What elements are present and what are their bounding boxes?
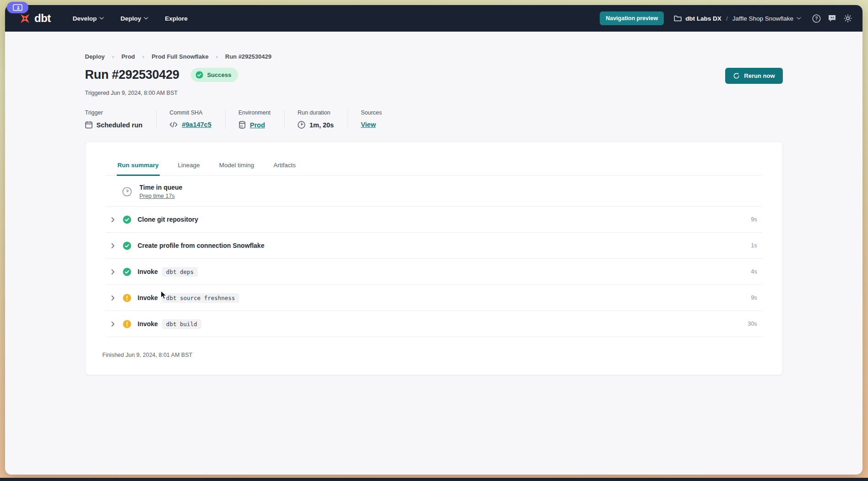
step-label: Invoke <box>138 320 158 328</box>
warning-icon <box>123 294 131 302</box>
navbar-icons: ? <box>812 14 852 23</box>
success-check-icon <box>123 268 131 276</box>
step-row-dbt-deps[interactable]: Invoke dbt deps 4s <box>106 259 762 285</box>
chevron-down-icon <box>797 17 801 20</box>
run-summary-card: Run summary Lineage Model timing Artifac… <box>85 142 783 375</box>
step-duration: 9s <box>751 295 759 301</box>
dbt-logo-icon <box>19 12 31 25</box>
run-meta: Trigger Scheduled run Commit SHA #9a147c… <box>85 109 783 129</box>
sources-view-link[interactable]: View <box>361 121 376 128</box>
chevron-down-icon <box>144 17 148 20</box>
meta-commit-sha: Commit SHA #9a147c5 <box>169 109 226 129</box>
chevron-right-icon[interactable] <box>110 217 116 223</box>
code-icon <box>169 121 178 128</box>
chevron-down-icon <box>99 17 104 20</box>
step-duration: 4s <box>751 268 759 275</box>
step-row-clone-git[interactable]: Clone git repository 9s <box>106 207 762 233</box>
tab-model-timing[interactable]: Model timing <box>218 161 255 176</box>
success-check-icon <box>123 215 131 224</box>
meta-run-duration: Run duration 1m, 20s <box>298 109 348 129</box>
step-duration: 30s <box>748 321 759 327</box>
triggered-timestamp: Triggered Jun 9, 2024, 8:00 AM BST <box>85 90 783 96</box>
breadcrumb-job[interactable]: Prod Full Snowflake <box>152 53 208 60</box>
step-label: Invoke <box>138 268 158 275</box>
breadcrumb-run[interactable]: Run #292530429 <box>225 53 271 60</box>
calendar-icon <box>85 121 92 129</box>
clock-icon <box>298 121 305 129</box>
breadcrumb-separator: › <box>112 53 114 60</box>
step-row-create-profile[interactable]: Create profile from connection Snowflake… <box>106 233 762 259</box>
chevron-right-icon[interactable] <box>110 269 116 275</box>
meta-sources: Sources View <box>361 109 396 129</box>
step-code-chip: dbt source freshness <box>162 293 239 303</box>
step-label: Create profile from connection Snowflake <box>138 242 265 249</box>
meta-trigger: Trigger Scheduled run <box>85 109 157 129</box>
help-icon[interactable]: ? <box>812 14 821 23</box>
success-check-icon <box>123 241 131 250</box>
main-nav: Develop Deploy Explore <box>66 11 194 26</box>
tab-run-summary[interactable]: Run summary <box>117 161 160 176</box>
top-navbar: dbt Develop Deploy Explore Navigation pr… <box>5 5 863 32</box>
time-in-queue-block: Time in queue Prep time 17s <box>106 176 762 207</box>
step-row-dbt-source-freshness[interactable]: Invoke dbt source freshness 9s <box>106 285 762 311</box>
dbt-logo-text: dbt <box>34 12 51 25</box>
queue-clock-icon <box>122 187 132 197</box>
rerun-now-button[interactable]: Rerun now <box>725 68 782 84</box>
feedback-icon[interactable] <box>828 14 836 22</box>
warning-icon <box>123 320 131 328</box>
app-window: dbt Develop Deploy Explore Navigation pr… <box>5 5 863 475</box>
prep-time-link[interactable]: Prep time 17s <box>140 193 183 199</box>
chevron-right-icon[interactable] <box>110 321 116 327</box>
svg-text:?: ? <box>815 16 818 21</box>
step-duration: 1s <box>751 242 759 249</box>
screen-share-badge[interactable] <box>7 2 28 13</box>
account-separator: / <box>725 15 729 22</box>
settings-gear-icon[interactable] <box>843 14 852 23</box>
navigation-preview-button[interactable]: Navigation preview <box>600 11 664 25</box>
navbar-right: Navigation preview dbt Labs DX / Jaffle … <box>600 11 852 25</box>
step-row-dbt-build[interactable]: Invoke dbt build 30s <box>106 311 762 337</box>
step-duration: 9s <box>751 216 759 223</box>
nav-item-deploy[interactable]: Deploy <box>114 11 155 26</box>
project-name[interactable]: Jaffle Shop Snowflake <box>732 15 801 22</box>
run-header: Run #292530429 Success Rerun now <box>85 68 783 84</box>
dbt-logo[interactable]: dbt <box>19 12 51 25</box>
breadcrumb-deploy[interactable]: Deploy <box>85 53 105 60</box>
queue-title: Time in queue <box>140 184 183 191</box>
commit-sha-link[interactable]: #9a147c5 <box>182 121 212 128</box>
step-label: Invoke <box>138 294 158 301</box>
environment-link[interactable]: Prod <box>250 121 265 129</box>
database-icon <box>239 121 246 129</box>
chevron-right-icon[interactable] <box>110 243 116 249</box>
step-code-chip: dbt deps <box>162 267 198 277</box>
chevron-right-icon[interactable] <box>110 295 116 301</box>
status-badge: Success <box>191 68 238 82</box>
screen-share-icon <box>13 4 22 11</box>
run-tabs: Run summary Lineage Model timing Artifac… <box>106 161 762 176</box>
breadcrumb-separator: › <box>216 53 217 60</box>
tab-lineage[interactable]: Lineage <box>177 161 201 176</box>
refresh-icon <box>733 72 740 79</box>
account-name: dbt Labs DX <box>685 15 722 22</box>
nav-item-develop[interactable]: Develop <box>66 11 111 26</box>
success-check-icon <box>195 71 203 79</box>
breadcrumb: Deploy › Prod › Prod Full Snowflake › Ru… <box>85 53 783 60</box>
breadcrumb-prod[interactable]: Prod <box>121 53 135 60</box>
taskbar-edge <box>0 478 868 481</box>
breadcrumb-separator: › <box>142 53 144 60</box>
nav-item-explore[interactable]: Explore <box>158 11 194 26</box>
step-code-chip: dbt build <box>162 319 201 329</box>
finished-timestamp: Finished Jun 9, 2024, 8:01 AM BST <box>103 352 762 375</box>
meta-environment: Environment Prod <box>239 109 285 129</box>
tab-artifacts[interactable]: Artifacts <box>272 161 297 176</box>
page-title: Run #292530429 <box>85 68 179 82</box>
step-label: Clone git repository <box>138 216 198 223</box>
account-switcher[interactable]: dbt Labs DX / Jaffle Shop Snowflake <box>674 15 801 22</box>
folder-icon <box>674 15 682 22</box>
